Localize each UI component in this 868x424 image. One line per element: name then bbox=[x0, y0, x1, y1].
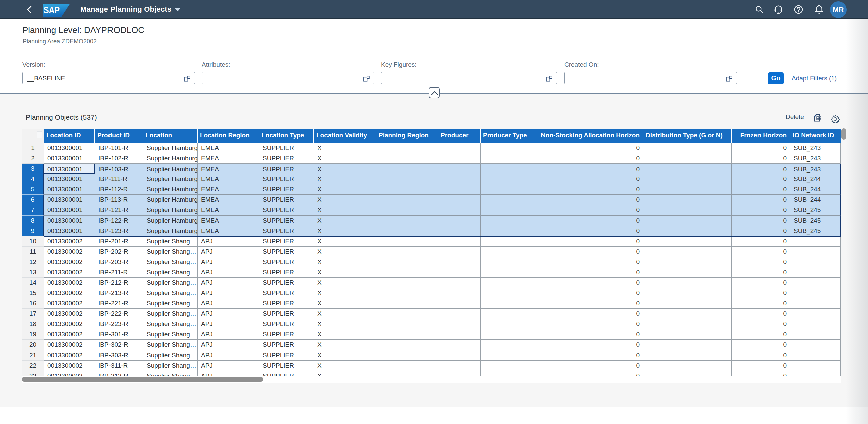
svg-text:SAP: SAP bbox=[44, 5, 60, 16]
